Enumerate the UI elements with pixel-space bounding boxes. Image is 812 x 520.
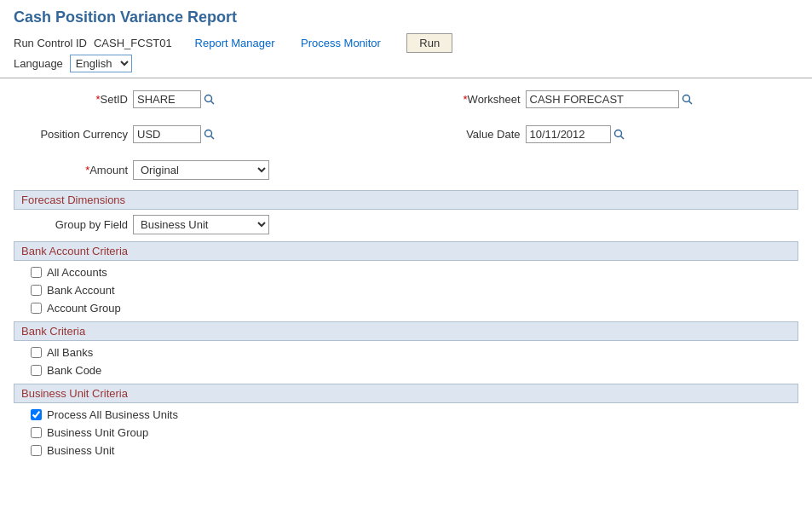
bank-code-label: Bank Code	[47, 364, 101, 377]
all-accounts-row: All Accounts	[14, 266, 798, 279]
position-currency-input[interactable]	[133, 125, 201, 143]
setid-lookup-icon[interactable]	[203, 93, 216, 107]
value-date-input[interactable]	[526, 125, 611, 143]
value-date-label: Value Date	[406, 128, 526, 141]
account-group-label: Account Group	[47, 302, 121, 315]
worksheet-lookup-icon[interactable]	[681, 93, 694, 107]
group-by-field-select[interactable]: Business Unit Bank Account Currency	[133, 215, 269, 234]
bank-account-criteria-header: Bank Account Criteria	[14, 241, 798, 261]
worksheet-input[interactable]	[526, 90, 679, 108]
run-control-id-label: Run Control ID	[14, 37, 87, 49]
process-all-business-units-row: Process All Business Units	[14, 408, 798, 421]
bank-code-row: Bank Code	[14, 364, 798, 377]
forecast-dimensions-header: Forecast Dimensions	[14, 190, 798, 210]
setid-input[interactable]	[133, 90, 201, 108]
language-select[interactable]: English French Spanish	[70, 55, 132, 72]
account-group-row: Account Group	[14, 302, 798, 315]
svg-point-0	[205, 95, 212, 101]
process-monitor-link[interactable]: Process Monitor	[301, 37, 381, 49]
process-all-business-units-label: Process All Business Units	[47, 408, 178, 421]
process-all-business-units-checkbox[interactable]	[31, 409, 42, 420]
amount-label: Amount	[14, 164, 133, 176]
position-currency-lookup-icon[interactable]	[203, 128, 216, 142]
account-group-checkbox[interactable]	[31, 303, 42, 314]
bank-account-label: Bank Account	[47, 284, 115, 297]
svg-point-2	[682, 95, 689, 101]
business-unit-criteria-header: Business Unit Criteria	[14, 384, 798, 403]
svg-line-3	[688, 101, 692, 104]
group-by-field-label: Group by Field	[14, 218, 133, 231]
language-label: Language	[14, 57, 63, 70]
business-unit-group-label: Business Unit Group	[47, 426, 148, 439]
svg-point-6	[614, 130, 621, 136]
svg-point-4	[205, 130, 212, 136]
all-accounts-label: All Accounts	[47, 266, 107, 279]
worksheet-label: Worksheet	[406, 93, 526, 106]
run-button[interactable]: Run	[406, 33, 452, 53]
report-manager-link[interactable]: Report Manager	[195, 37, 275, 49]
business-unit-label: Business Unit	[47, 444, 114, 457]
position-currency-label: Position Currency	[14, 128, 133, 141]
bank-code-checkbox[interactable]	[31, 365, 42, 376]
setid-label: SetID	[14, 93, 133, 106]
bank-criteria-header: Bank Criteria	[14, 321, 798, 341]
all-banks-checkbox[interactable]	[31, 347, 42, 358]
business-unit-group-row: Business Unit Group	[14, 426, 798, 439]
svg-line-7	[620, 136, 624, 139]
value-date-lookup-icon[interactable]	[613, 128, 626, 142]
all-banks-label: All Banks	[47, 346, 93, 359]
run-control-id-value: CASH_FCST01	[94, 37, 172, 49]
all-accounts-checkbox[interactable]	[31, 267, 42, 278]
page-title: Cash Position Variance Report	[0, 0, 812, 32]
bank-account-checkbox[interactable]	[31, 285, 42, 296]
all-banks-row: All Banks	[14, 346, 798, 359]
business-unit-group-checkbox[interactable]	[31, 427, 42, 438]
amount-select[interactable]: Original Adjusted Both	[133, 160, 269, 180]
bank-account-row: Bank Account	[14, 284, 798, 297]
business-unit-row: Business Unit	[14, 444, 798, 457]
svg-line-5	[211, 136, 215, 139]
svg-line-1	[211, 101, 215, 104]
business-unit-checkbox[interactable]	[31, 445, 42, 456]
